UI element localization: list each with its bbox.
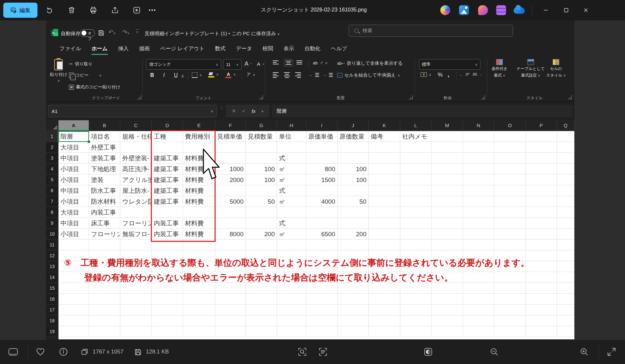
borders-button[interactable]: ∨ — [192, 72, 202, 78]
cell-I7[interactable]: 4000 — [306, 196, 337, 207]
cell-O9[interactable] — [494, 218, 526, 229]
font-color-button[interactable]: A∨ — [225, 72, 236, 77]
tab-表示[interactable]: 表示 — [280, 43, 298, 56]
cell-M8[interactable] — [431, 207, 463, 218]
zoom-out-icon[interactable] — [490, 347, 499, 358]
clipchamp-icon[interactable] — [496, 5, 506, 15]
merge-center-button[interactable]: ↔ セルを結合して中央揃え ∨ — [337, 72, 400, 78]
select-all-corner[interactable] — [46, 120, 58, 131]
cell-Q3[interactable] — [557, 153, 574, 164]
row-header-17[interactable]: 17 — [46, 305, 58, 315]
cell-A15[interactable] — [58, 283, 89, 294]
cell-L8[interactable] — [400, 207, 431, 218]
cell-P11[interactable] — [526, 239, 557, 250]
cell-J6[interactable] — [337, 185, 369, 196]
cell-O18[interactable] — [494, 315, 526, 326]
cell-N19[interactable] — [463, 326, 494, 337]
cell-C10[interactable]: 無垢フロ- — [120, 229, 152, 239]
cell-H11[interactable] — [277, 239, 306, 250]
cell-K9[interactable] — [369, 218, 400, 229]
row-header-13[interactable]: 13 — [46, 261, 58, 272]
cell-N8[interactable] — [463, 207, 494, 218]
cell-I10[interactable]: 6500 — [306, 229, 337, 239]
cell-P2[interactable] — [526, 142, 557, 153]
cell-J15[interactable] — [337, 283, 369, 294]
cell-name-box[interactable]: A1 ∨ — [48, 105, 217, 117]
cell-C19[interactable] — [120, 326, 152, 337]
undo-icon[interactable]: ↶∨ — [108, 29, 116, 36]
align-right-button[interactable] — [295, 72, 301, 78]
cell-I8[interactable] — [306, 207, 337, 218]
cell-A9[interactable]: 中項目 — [58, 218, 89, 229]
column-header-A[interactable]: A — [58, 120, 89, 131]
slideshow-icon[interactable] — [131, 5, 142, 15]
cell-J10[interactable]: 200 — [337, 229, 369, 239]
cell-H6[interactable]: 式 — [277, 185, 306, 196]
cell-J11[interactable] — [337, 239, 369, 250]
cell-K10[interactable] — [369, 229, 400, 239]
cell-I6[interactable] — [306, 185, 337, 196]
cell-K3[interactable] — [369, 153, 400, 164]
cell-N18[interactable] — [463, 315, 494, 326]
cell-O10[interactable] — [494, 229, 526, 239]
cell-O8[interactable] — [494, 207, 526, 218]
cell-I2[interactable] — [306, 142, 337, 153]
cell-N17[interactable] — [463, 305, 494, 315]
format-as-table-button[interactable]: テーブルとして 書式設定 ∨ — [517, 59, 545, 78]
cell-O15[interactable] — [494, 283, 526, 294]
cell-F9[interactable] — [215, 218, 246, 229]
cell-K17[interactable] — [369, 305, 400, 315]
cell-A18[interactable] — [58, 315, 89, 326]
cell-J17[interactable] — [337, 305, 369, 315]
cell-N9[interactable] — [463, 218, 494, 229]
tab-データ[interactable]: データ — [232, 43, 256, 56]
cell-O1[interactable] — [494, 131, 526, 142]
cell-J3[interactable] — [337, 153, 369, 164]
cell-Q9[interactable] — [557, 218, 574, 229]
info-icon[interactable] — [58, 347, 68, 358]
cell-M18[interactable] — [431, 315, 463, 326]
row-header-2[interactable]: 2 — [46, 142, 58, 153]
photos-app-icon[interactable] — [459, 5, 469, 15]
cell-H9[interactable]: 式 — [277, 218, 306, 229]
tab-数式[interactable]: 数式 — [211, 43, 229, 56]
cell-C15[interactable] — [120, 283, 152, 294]
cell-B6[interactable]: 防水工事 — [89, 185, 120, 196]
cell-B11[interactable] — [89, 239, 120, 250]
workbook-title[interactable]: 見積明細インポートテンプレート (1) • この PC に保存済み ∨ — [145, 31, 280, 37]
row-header-11[interactable]: 11 — [46, 239, 58, 250]
cell-F8[interactable] — [215, 207, 246, 218]
cell-J9[interactable] — [337, 218, 369, 229]
clipboard-dialog-launcher[interactable] — [137, 95, 141, 99]
cell-P4[interactable] — [526, 164, 557, 174]
cell-F19[interactable] — [215, 326, 246, 337]
cell-N16[interactable] — [463, 294, 494, 305]
cell-L19[interactable] — [400, 326, 431, 337]
cell-A1[interactable]: 階層 — [58, 131, 89, 142]
text-extract-icon[interactable] — [318, 347, 328, 358]
tab-ホーム[interactable]: ホーム — [88, 43, 111, 56]
number-dialog-launcher[interactable] — [481, 95, 485, 99]
cell-A8[interactable]: 大項目 — [58, 207, 89, 218]
cell-G10[interactable]: 200 — [246, 229, 277, 239]
decrease-font-button[interactable]: A∨ — [257, 61, 265, 67]
autosave-toggle[interactable]: オフ — [80, 29, 95, 37]
cell-K7[interactable] — [369, 196, 400, 207]
cell-H19[interactable] — [277, 326, 306, 337]
cell-L4[interactable] — [400, 164, 431, 174]
cell-N1[interactable] — [463, 131, 494, 142]
cell-B1[interactable]: 項目名 — [89, 131, 120, 142]
cell-Q18[interactable] — [557, 315, 574, 326]
increase-decimal-button[interactable]: ←.0⁰ — [459, 72, 470, 77]
cell-C5[interactable]: アクリル塗 — [120, 174, 152, 185]
row-header-10[interactable]: 10 — [46, 229, 58, 239]
cell-B2[interactable]: 外壁工事 — [89, 142, 120, 153]
cell-J1[interactable]: 原価数量 — [337, 131, 369, 142]
row-header-18[interactable]: 18 — [46, 315, 58, 326]
cell-B3[interactable]: 塗装工事 — [89, 153, 120, 164]
cell-Q11[interactable] — [557, 239, 574, 250]
cell-G16[interactable] — [246, 294, 277, 305]
cell-D18[interactable] — [152, 315, 183, 326]
cell-A16[interactable] — [58, 294, 89, 305]
cell-A4[interactable]: 小項目 — [58, 164, 89, 174]
